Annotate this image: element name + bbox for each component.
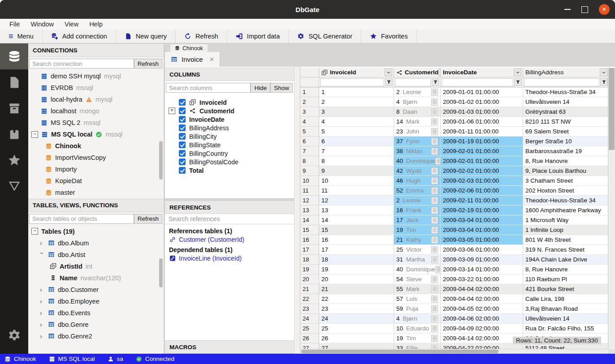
cell-invoice-date[interactable]: 2009-02-03 01:00:00 (441, 176, 523, 186)
expand-toggle-icon[interactable]: − (31, 228, 38, 235)
cell-invoice-date[interactable]: 2009-02-11 01:00:00 (441, 196, 523, 206)
cell-customer-id[interactable]: 19 Tim (394, 334, 441, 343)
toolbar-button-new-query[interactable]: New query (116, 30, 176, 43)
toolbar-button-menu[interactable]: ≡ Menu (0, 30, 43, 43)
cell-invoice-id[interactable]: 3 (319, 107, 394, 117)
cell-billing-address[interactable]: Ullevålsveien 14 (523, 314, 609, 324)
row-detail-icon[interactable] (431, 295, 438, 303)
row-number-cell[interactable]: 14 (300, 215, 319, 225)
row-detail-icon[interactable] (431, 207, 438, 214)
toolbar-button-add-connection[interactable]: Add connection (43, 30, 116, 43)
grid-vertical-scrollbar-thumb[interactable] (609, 68, 615, 150)
connection-item-demo-ssh-mysql[interactable]: demo SSH mysqlmysql (28, 70, 164, 82)
cell-customer-id[interactable]: 59 Puja (394, 304, 441, 314)
row-detail-icon[interactable] (431, 108, 438, 116)
cell-invoice-id[interactable]: 1 (319, 87, 394, 97)
row-detail-icon[interactable] (431, 197, 438, 204)
cell-invoice-id[interactable]: 21 (319, 284, 394, 294)
cell-customer-id[interactable]: 14 Mark (394, 117, 441, 127)
filter-funnel-button[interactable] (385, 78, 393, 86)
cell-customer-id[interactable]: 4 Bjørn (394, 97, 441, 107)
cell-invoice-id[interactable]: 15 (319, 225, 394, 235)
cell-invoice-id[interactable]: 11 (319, 186, 394, 196)
chevron-right-icon[interactable]: › (40, 297, 45, 305)
connection-item-ms-sql-local[interactable]: −MS SQL localmssql (28, 128, 164, 140)
cell-customer-id[interactable]: 10 Eduardo (394, 324, 441, 334)
row-detail-icon[interactable] (431, 246, 438, 253)
column-menu-button[interactable] (385, 69, 392, 76)
cell-billing-address[interactable]: 110 Raeburn Pl (523, 274, 609, 284)
cell-invoice-id[interactable]: 24 (319, 314, 394, 324)
filter-input-customerid[interactable] (395, 78, 431, 86)
cell-invoice-id[interactable]: 13 (319, 206, 394, 215)
cell-billing-address[interactable]: 194A Chain Lake Drive (523, 255, 609, 265)
columns-hide-button[interactable]: Hide (251, 83, 270, 93)
row-number-cell[interactable]: 22 (300, 294, 319, 304)
connection-item-ms-sql-2[interactable]: MS SQL 2mssql (28, 117, 164, 128)
column-item-billingcountry[interactable]: BillingCountry (165, 149, 294, 158)
tree-item-dbo-genre[interactable]: ›dbo.Genre (28, 319, 164, 330)
row-detail-icon[interactable] (431, 118, 438, 125)
filter-input-invoicedate[interactable] (442, 78, 513, 86)
cell-billing-address[interactable]: 319 N. Frances Street (523, 245, 609, 255)
tables-refresh-button[interactable]: Refresh (134, 214, 162, 224)
row-number-cell[interactable]: 12 (300, 196, 319, 206)
cell-invoice-id[interactable]: 20 (319, 274, 394, 284)
row-detail-icon[interactable] (431, 98, 438, 106)
column-item-invoiceid[interactable]: InvoiceId (165, 98, 294, 107)
row-number-cell[interactable]: 25 (300, 324, 319, 334)
cell-invoice-date[interactable]: 2009-01-06 01:00:00 (441, 117, 523, 127)
column-item-billingcity[interactable]: BillingCity (165, 132, 294, 141)
row-detail-icon[interactable] (431, 187, 438, 194)
column-checkbox[interactable] (179, 107, 186, 114)
cell-billing-address[interactable]: 9, Place Louis Barthou (523, 166, 609, 176)
row-number-cell[interactable]: 17 (300, 245, 319, 255)
cell-billing-address[interactable]: Calle Lira, 198 (523, 294, 609, 304)
row-detail-icon[interactable] (431, 236, 438, 244)
cell-invoice-date[interactable]: 2009-02-06 01:00:00 (441, 186, 523, 196)
cell-customer-id[interactable]: 2 Leonie (394, 87, 441, 97)
tree-item-dbo-album[interactable]: ›dbo.Album (28, 237, 164, 249)
cell-billing-address[interactable]: Theodor-Heuss-Straße 34 (523, 87, 609, 97)
grid-column-header-customerid[interactable]: CustomerId (394, 68, 441, 77)
row-detail-icon[interactable] (431, 128, 438, 135)
filter-funnel-button[interactable] (432, 78, 439, 86)
row-number-cell[interactable]: 9 (300, 166, 319, 176)
cell-invoice-date[interactable]: 2009-03-09 01:00:00 (441, 255, 523, 265)
cell-billing-address[interactable]: 69 Salem Street (523, 127, 609, 137)
tree-item-dbo-genre2[interactable]: ›dbo.Genre2 (28, 330, 164, 342)
row-detail-icon[interactable] (431, 286, 438, 293)
cell-billing-address[interactable]: 202 Hoxton Street (523, 186, 609, 196)
cell-invoice-id[interactable]: 8 (319, 156, 394, 166)
toolbar-button-favorites[interactable]: Favorites (361, 30, 417, 43)
cell-billing-address[interactable]: 8, Rue Hanovre (523, 265, 609, 274)
cell-invoice-date[interactable]: 2009-04-05 02:00:00 (441, 304, 523, 314)
cell-customer-id[interactable]: 4 Bjørn (394, 314, 441, 324)
activitybar-archive-icon[interactable] (0, 95, 28, 121)
cell-invoice-id[interactable]: 12 (319, 196, 394, 206)
connections-refresh-button[interactable]: Refresh (134, 59, 162, 69)
column-checkbox[interactable] (179, 150, 186, 157)
tables-scrollbar-thumb[interactable] (159, 258, 163, 287)
cell-invoice-date[interactable]: 2009-03-14 01:00:00 (441, 265, 523, 274)
cell-customer-id[interactable]: 25 Victor (394, 245, 441, 255)
chevron-right-icon[interactable]: › (40, 309, 45, 317)
row-detail-icon[interactable] (431, 227, 438, 234)
cell-billing-address[interactable]: 1 Infinite Loop (523, 225, 609, 235)
cell-invoice-id[interactable]: 19 (319, 265, 394, 274)
column-checkbox[interactable] (179, 167, 186, 174)
cell-billing-address[interactable]: Rua Dr. Falcão Filho, 155 (523, 324, 609, 334)
activitybar-star-icon[interactable] (0, 147, 28, 173)
row-number-cell[interactable]: 15 (300, 225, 319, 235)
tree-item-tables-19[interactable]: −Tables (19) (28, 226, 164, 237)
cell-invoice-id[interactable]: 22 (319, 294, 394, 304)
cell-billing-address[interactable]: 801 W 4th Street (523, 235, 609, 245)
cell-invoice-id[interactable]: 23 (319, 304, 394, 314)
tree-item-dbo-artist[interactable]: ›dbo.Artist (28, 249, 164, 261)
filter-funnel-button[interactable] (600, 78, 608, 86)
close-button[interactable]: × (599, 4, 610, 15)
cell-customer-id[interactable]: 52 Emma (394, 186, 441, 196)
row-detail-icon[interactable] (431, 148, 438, 155)
row-detail-icon[interactable] (431, 256, 438, 263)
cell-customer-id[interactable]: 19 Tim (394, 225, 441, 235)
